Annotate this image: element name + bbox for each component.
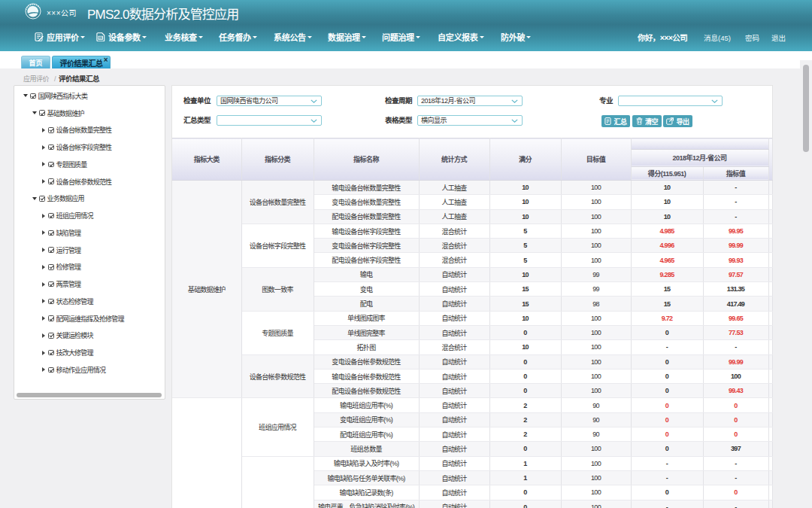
tree-item[interactable]: 设备台帐数量完整性 <box>14 122 165 139</box>
nav-item-9[interactable]: 防外破 <box>501 30 531 44</box>
value-header[interactable]: 指标值 <box>703 166 768 181</box>
table-row[interactable]: 班组应用情况输电班组应用率(%)自动统计29000 <box>172 398 772 412</box>
tree-item-label[interactable]: 配网运维指挥及抢修管理 <box>56 314 124 324</box>
checkbox-checked-icon[interactable] <box>48 333 54 339</box>
checkbox-checked-icon[interactable] <box>48 315 54 321</box>
summarize-button[interactable]: 汇总 <box>601 115 630 127</box>
dropdown-specialty[interactable] <box>618 96 723 106</box>
password-link[interactable]: 密码 <box>745 32 759 43</box>
tree-collapse-icon[interactable] <box>42 179 45 184</box>
tree-item-label[interactable]: 国网陕西指标大类 <box>38 91 88 101</box>
tree-item-label[interactable]: 技改大修管理 <box>56 348 93 357</box>
checkbox-checked-icon[interactable] <box>48 367 54 373</box>
logout-link[interactable]: 退出 <box>771 32 786 43</box>
tree-horizontal-scrollbar[interactable] <box>17 393 162 397</box>
checkbox-checked-icon[interactable] <box>48 213 54 219</box>
tree-collapse-icon[interactable] <box>42 351 45 355</box>
dropdown-check-unit[interactable]: 国网陕西省电力公司 <box>217 96 322 106</box>
tree-item-label[interactable]: 移动作业应用情况 <box>56 365 106 375</box>
checkbox-checked-icon[interactable] <box>48 144 54 151</box>
checkbox-checked-icon[interactable] <box>48 178 54 184</box>
tree-item[interactable]: 基础数据维护 <box>14 105 165 122</box>
messages-link[interactable]: 消息(45) <box>704 32 731 43</box>
table-row[interactable]: 基础数据维护设备台帐数量完整性输电设备台帐数量完整性人工抽查1010010- <box>172 181 772 195</box>
tree-item-label[interactable]: 关键运检模块 <box>56 330 93 340</box>
nav-item-6[interactable]: 数据治理 <box>328 30 366 44</box>
score-header[interactable]: 得分(115.951) <box>631 166 703 181</box>
tree-item-label[interactable]: 检修管理 <box>56 262 81 272</box>
table-row[interactable]: 设备台帐参数规范性变电设备台帐参数规范性自动统计0100099.99 <box>172 354 772 369</box>
tree-item[interactable]: 技改大修管理 <box>14 344 165 361</box>
table-row[interactable]: 图数一致率输电自动统计10999.28597.57 <box>172 267 772 281</box>
tree-item[interactable]: 配网运维指挥及抢修管理 <box>14 310 165 327</box>
tree-item-label[interactable]: 两票管理 <box>56 279 81 289</box>
nav-item-4[interactable]: 任务督办 <box>219 30 257 44</box>
period-group-header[interactable]: 2018年12月-省公司 <box>631 149 768 166</box>
breadcrumb-parent[interactable]: 应用评价 <box>23 75 49 83</box>
nav-item-5[interactable]: 系统公告 <box>274 30 312 44</box>
vertical-scrollbar-thumb[interactable] <box>803 65 809 152</box>
tree-item-label[interactable]: 基础数据维护 <box>47 108 84 118</box>
checkbox-checked-icon[interactable] <box>48 230 54 236</box>
col-header[interactable]: 指标大类 <box>172 138 241 181</box>
tree-item-label[interactable]: 业务数据应用 <box>47 193 84 203</box>
clear-button[interactable]: 清空 <box>632 115 662 127</box>
dropdown-summary-type[interactable] <box>217 115 322 126</box>
nav-item-7[interactable]: 问题治理 <box>382 30 420 44</box>
checkbox-checked-icon[interactable] <box>48 162 54 168</box>
table-row[interactable]: 设备台帐字段完整性输电设备台帐字段完整性混合统计51004.98599.95 <box>172 224 772 238</box>
tree-item-label[interactable]: 设备台帐数量完整性 <box>56 125 112 135</box>
nav-item-8[interactable]: 自定义报表 <box>438 30 484 44</box>
tree-item-label[interactable]: 设备台帐字段完整性 <box>56 142 112 152</box>
checkbox-checked-icon[interactable] <box>30 93 36 99</box>
tree-collapse-icon[interactable] <box>42 128 45 132</box>
checkbox-checked-icon[interactable] <box>39 196 45 202</box>
checkbox-checked-icon[interactable] <box>48 264 54 270</box>
tree-item-label[interactable]: 设备台帐参数规范性 <box>56 177 112 187</box>
tree-item[interactable]: 关键运检模块 <box>14 327 165 345</box>
tab-eval-summary[interactable]: 评价结果汇总 × <box>52 56 111 68</box>
tree-expand-icon[interactable] <box>32 197 37 200</box>
tree-collapse-icon[interactable] <box>42 333 45 338</box>
tab-close-icon[interactable]: × <box>104 56 108 64</box>
checkbox-checked-icon[interactable] <box>48 127 54 133</box>
dropdown-table-type[interactable]: 横向显示 <box>417 115 523 126</box>
col-header[interactable]: 指标分类 <box>241 138 314 181</box>
tree-item[interactable]: 设备台帐字段完整性 <box>14 138 165 156</box>
tree-item-label[interactable]: 缺陷管理 <box>56 228 81 238</box>
checkbox-checked-icon[interactable] <box>48 247 54 253</box>
tree-collapse-icon[interactable] <box>42 248 45 252</box>
tree-item-label[interactable]: 运行管理 <box>56 245 81 255</box>
checkbox-checked-icon[interactable] <box>48 281 54 287</box>
tree-collapse-icon[interactable] <box>42 214 45 218</box>
tree-item-label[interactable]: 专题图质量 <box>56 160 87 169</box>
vertical-scrollbar-track[interactable] <box>800 60 812 508</box>
tree-item[interactable]: 缺陷管理 <box>14 224 165 242</box>
tree-item[interactable]: 国网陕西指标大类 <box>14 87 165 105</box>
tree-item[interactable]: 两票管理 <box>14 275 165 293</box>
tree-expand-icon[interactable] <box>32 111 37 114</box>
tree-item[interactable]: 检修管理 <box>14 259 165 276</box>
tree-item-label[interactable]: 状态检修管理 <box>56 297 93 306</box>
tree-item[interactable]: 业务数据应用 <box>14 190 165 208</box>
tree-item[interactable]: 设备台帐参数规范性 <box>14 173 165 190</box>
table-row[interactable]: 专题图质量单线图成图率自动统计101009.7299.65 <box>172 311 772 325</box>
tree-collapse-icon[interactable] <box>42 145 45 150</box>
col-header[interactable]: 满分 <box>489 138 561 181</box>
tree-collapse-icon[interactable] <box>42 162 45 166</box>
nav-item-3[interactable]: 业务核查 <box>165 30 203 44</box>
tree-collapse-icon[interactable] <box>42 265 45 269</box>
checkbox-checked-icon[interactable] <box>48 350 54 356</box>
tab-home[interactable]: 首页 <box>21 56 50 68</box>
dropdown-check-period[interactable]: 2018年12月-省公司 <box>417 96 523 106</box>
col-header[interactable]: 统计方式 <box>419 138 489 181</box>
tree-collapse-icon[interactable] <box>42 230 45 235</box>
table-row[interactable]: 输电缺陷录入及时率(%)自动统计1100-- <box>172 456 772 470</box>
tree-item[interactable]: 班组应用情况 <box>14 207 165 224</box>
checkbox-checked-icon[interactable] <box>39 110 45 116</box>
nav-item-2[interactable]: 设备参数 <box>96 30 147 44</box>
col-header[interactable]: 目标值 <box>561 138 631 181</box>
tree-item[interactable]: 专题图质量 <box>14 156 165 173</box>
tree-item[interactable]: 移动作业应用情况 <box>14 361 165 379</box>
tree-item-label[interactable]: 班组应用情况 <box>56 211 93 221</box>
